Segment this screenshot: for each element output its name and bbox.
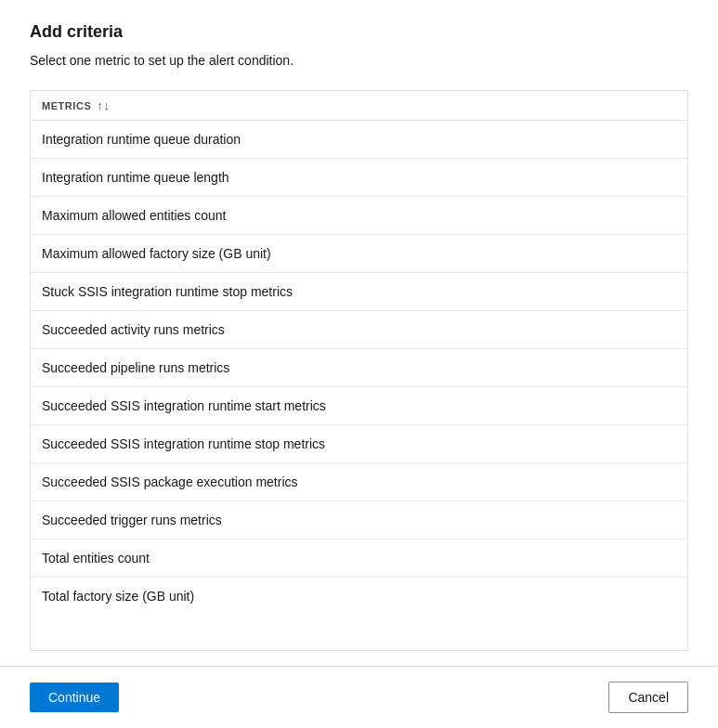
metrics-container: METRICS ↑↓ Integration runtime queue dur… bbox=[30, 90, 688, 651]
sort-icon[interactable]: ↑↓ bbox=[97, 98, 110, 112]
metrics-scroll-area[interactable]: Integration runtime queue durationIntegr… bbox=[31, 121, 687, 650]
dialog-subtitle: Select one metric to set up the alert co… bbox=[30, 53, 688, 68]
list-item[interactable]: Stuck SSIS integration runtime stop metr… bbox=[31, 273, 687, 311]
list-item[interactable]: Total factory size (GB unit) bbox=[31, 578, 687, 615]
metrics-table: METRICS ↑↓ Integration runtime queue dur… bbox=[30, 90, 688, 651]
continue-button[interactable]: Continue bbox=[30, 682, 119, 712]
list-item[interactable]: Maximum allowed factory size (GB unit) bbox=[31, 235, 687, 273]
metrics-column-header: METRICS ↑↓ bbox=[31, 91, 687, 121]
metrics-header-label: METRICS bbox=[42, 100, 91, 111]
dialog-title: Add criteria bbox=[30, 22, 688, 42]
cancel-button[interactable]: Cancel bbox=[608, 682, 688, 713]
list-item[interactable]: Total entities count bbox=[31, 540, 687, 578]
list-item[interactable]: Integration runtime queue duration bbox=[31, 121, 687, 159]
list-item[interactable]: Succeeded trigger runs metrics bbox=[31, 501, 687, 540]
list-item[interactable]: Succeeded SSIS package execution metrics bbox=[31, 463, 687, 501]
dialog-body: Add criteria Select one metric to set up… bbox=[0, 0, 718, 666]
list-item[interactable]: Maximum allowed entities count bbox=[31, 197, 687, 235]
add-criteria-dialog: Add criteria Select one metric to set up… bbox=[0, 0, 718, 728]
list-item[interactable]: Succeeded activity runs metrics bbox=[31, 311, 687, 349]
list-item[interactable]: Succeeded SSIS integration runtime start… bbox=[31, 387, 687, 425]
dialog-footer: Continue Cancel bbox=[0, 666, 718, 728]
list-item[interactable]: Integration runtime queue length bbox=[31, 159, 687, 197]
list-item[interactable]: Succeeded pipeline runs metrics bbox=[31, 349, 687, 387]
list-item[interactable]: Succeeded SSIS integration runtime stop … bbox=[31, 425, 687, 463]
